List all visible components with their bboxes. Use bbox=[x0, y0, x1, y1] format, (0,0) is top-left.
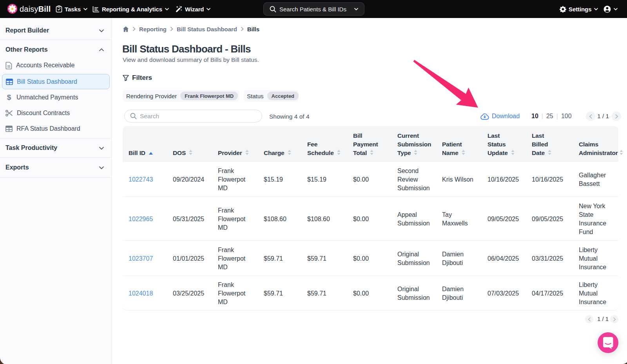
svg-text:$: $ bbox=[7, 94, 11, 101]
